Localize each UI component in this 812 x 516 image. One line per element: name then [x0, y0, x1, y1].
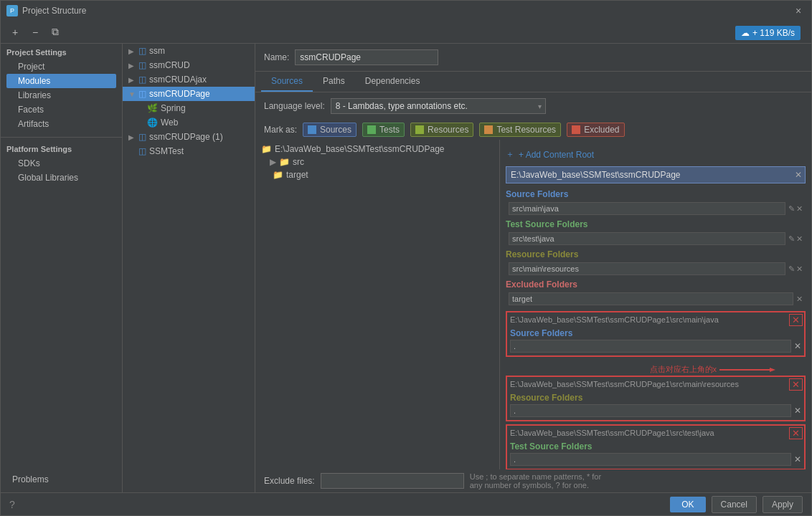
cancel-button[interactable]: Cancel — [712, 496, 757, 513]
sidebar-item-problems[interactable]: Problems — [1, 472, 122, 487]
tab-dependencies[interactable]: Dependencies — [355, 72, 430, 92]
mark-sources-button[interactable]: Sources — [303, 123, 357, 137]
source-folder-entry: src\main\java ✎ ✕ — [506, 201, 806, 216]
resource-folder-icons: ✎ ✕ — [788, 264, 803, 274]
exclude-input[interactable] — [321, 473, 464, 489]
mark-test-resources-button[interactable]: Test Resources — [479, 123, 561, 137]
network-icon: ☁ — [741, 28, 750, 38]
mark-resources-button[interactable]: Resources — [410, 123, 473, 137]
highlighted-close-2[interactable]: ✕ — [794, 406, 801, 416]
module-icon: ◫ — [138, 132, 146, 142]
excluded-folders-title: Excluded Folders — [506, 277, 806, 291]
sidebar-item-modules[interactable]: Modules — [6, 74, 116, 88]
arrow-icon: ▼ — [128, 90, 136, 98]
annotation-row: 点击对应右上角的x — [650, 364, 778, 375]
highlighted-close-3[interactable]: ✕ — [794, 454, 801, 464]
mark-as-row: Mark as: Sources Tests Resources Test Re… — [255, 120, 811, 140]
sidebar: Project Settings Project Modules Librari… — [1, 44, 123, 492]
tree-item-ssmcrudajax[interactable]: ▶ ◫ ssmCRUDAjax — [123, 72, 255, 87]
project-settings-title: Project Settings — [6, 48, 116, 57]
add-button[interactable]: + — [6, 24, 24, 40]
sidebar-item-sdks[interactable]: SDKs — [6, 156, 116, 171]
tree-item-ssmcrudpage1[interactable]: ▶ ◫ ssmCRUDPage (1) — [123, 130, 255, 144]
exclude-row: Exclude files: Use ; to separate name pa… — [255, 469, 811, 492]
content-root-close-button[interactable]: ✕ — [795, 170, 802, 180]
mark-excluded-button[interactable]: Excluded — [567, 123, 624, 137]
svg-marker-1 — [770, 368, 775, 372]
source-root-item[interactable]: 📁 E:\JavaWeb_base\SSMTest\ssmCRUDPage — [255, 143, 499, 156]
sidebar-item-global-libraries[interactable]: Global Libraries — [6, 171, 116, 185]
sidebar-item-facets[interactable]: Facets — [6, 102, 116, 117]
remove-button[interactable]: − — [27, 24, 44, 40]
module-icon: ◫ — [138, 60, 146, 70]
platform-settings-title: Platform Settings — [6, 145, 116, 153]
test-resources-color-icon — [484, 125, 493, 134]
source-target-item[interactable]: 📁 target — [255, 168, 499, 181]
excluded-folder-entry: target ✕ — [506, 291, 806, 307]
tree-item-spring[interactable]: 🌿 Spring — [123, 101, 255, 115]
source-folders-title: Source Folders — [506, 186, 806, 201]
tab-paths[interactable]: Paths — [313, 72, 355, 92]
toolbar: + − ⧉ — [1, 21, 811, 44]
highlighted-title-1: Source Folders — [510, 325, 801, 340]
highlighted-x-button-3[interactable]: ✕ — [789, 427, 803, 439]
copy-button[interactable]: ⧉ — [47, 24, 64, 40]
test-source-folder-entry: src\test\java ✎ ✕ — [506, 231, 806, 247]
tree-item-ssm[interactable]: ▶ ◫ ssm — [123, 44, 255, 58]
ok-button[interactable]: OK — [670, 497, 705, 512]
module-icon: ◫ — [138, 146, 146, 156]
folder-icon: 📁 — [261, 144, 272, 154]
sidebar-item-libraries[interactable]: Libraries — [6, 88, 116, 102]
edit-resource-icon[interactable]: ✎ — [788, 264, 795, 274]
project-structure-window: P Project Structure × + − ⧉ ☁ + 119 KB/s… — [0, 0, 812, 516]
main-area: Project Settings Project Modules Librari… — [1, 44, 811, 492]
edit-test-icon[interactable]: ✎ — [788, 234, 795, 244]
folder-blue-icon: 📁 — [279, 157, 290, 167]
bottom-bar: ? OK Cancel Apply — [1, 492, 811, 515]
source-folder-path: src\main\java — [509, 202, 785, 215]
highlighted-entry-3: . ✕ — [510, 453, 801, 466]
edit-source-icon[interactable]: ✎ — [788, 204, 795, 214]
highlighted-title-2: Resource Folders — [510, 390, 801, 404]
remove-test-icon[interactable]: ✕ — [796, 234, 803, 244]
arrow-icon: ▶ — [128, 62, 136, 70]
name-input[interactable] — [295, 49, 438, 65]
tests-color-icon — [367, 125, 376, 134]
remove-resource-icon[interactable]: ✕ — [796, 264, 803, 274]
module-icon: ◫ — [138, 46, 146, 56]
tab-sources[interactable]: Sources — [261, 72, 313, 92]
resources-color-icon — [415, 125, 424, 134]
lang-select[interactable]: 8 - Lambdas, type annotations etc. 7 - D… — [331, 98, 546, 114]
source-src-item[interactable]: ▶ 📁 src — [255, 156, 499, 168]
mark-as-label: Mark as: — [264, 125, 297, 135]
highlighted-path-3: E:\JavaWeb_base\SSMTest\ssmCRUDPage1\src… — [510, 429, 801, 437]
help-button[interactable]: ? — [9, 499, 15, 510]
sidebar-item-artifacts[interactable]: Artifacts — [6, 117, 116, 131]
annotation-container: 点击对应右上角的x — [506, 358, 806, 373]
name-label: Name: — [264, 52, 289, 62]
apply-button[interactable]: Apply — [763, 496, 803, 513]
highlighted-section-3: E:\JavaWeb_base\SSMTest\ssmCRUDPage1\src… — [506, 424, 806, 469]
sidebar-item-project[interactable]: Project — [6, 59, 116, 74]
remove-source-icon[interactable]: ✕ — [796, 204, 803, 214]
highlighted-x-button-2[interactable]: ✕ — [789, 378, 803, 391]
add-content-root-button[interactable]: ＋ + Add Content Root — [506, 145, 806, 163]
module-icon: ◫ — [138, 89, 146, 99]
tree-item-ssmcrud[interactable]: ▶ ◫ ssmCRUD — [123, 58, 255, 72]
highlighted-path-1: E:\JavaWeb_base\SSMTest\ssmCRUDPage1\src… — [510, 315, 801, 324]
mark-tests-button[interactable]: Tests — [362, 123, 405, 137]
highlighted-close-1[interactable]: ✕ — [794, 341, 801, 351]
excluded-folder-icons: ✕ — [796, 295, 803, 304]
tree-item-web[interactable]: 🌐 Web — [123, 115, 255, 130]
tree-item-ssmtest[interactable]: ◫ SSMTest — [123, 144, 255, 158]
close-button[interactable]: × — [796, 6, 806, 16]
arrow-icon: ▶ — [128, 76, 136, 84]
tree-item-ssmcrudpage[interactable]: ▼ ◫ ssmCRUDPage — [123, 87, 255, 101]
highlighted-x-button-1[interactable]: ✕ — [789, 314, 803, 326]
bottom-buttons: OK Cancel Apply — [670, 496, 803, 513]
tabs: Sources Paths Dependencies — [255, 72, 811, 92]
spring-icon: 🌿 — [147, 103, 158, 113]
remove-excluded-icon[interactable]: ✕ — [796, 295, 803, 304]
test-source-folders-title: Test Source Folders — [506, 216, 806, 231]
folder-icon: 📁 — [273, 170, 283, 180]
